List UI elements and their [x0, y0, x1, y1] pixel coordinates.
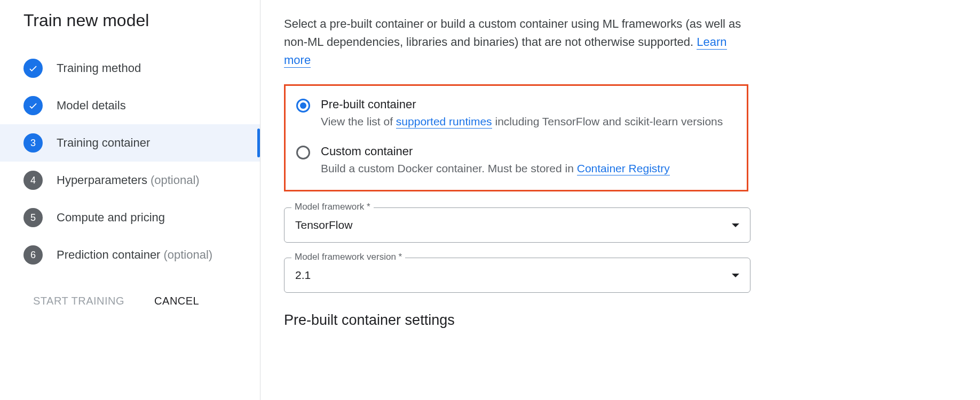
intro-body: Select a pre-built container or build a …	[284, 17, 741, 49]
radio-label: Custom container	[321, 145, 670, 158]
radio-desc-text: View the list of	[321, 115, 396, 127]
radio-prebuilt-container[interactable]: Pre-built container View the list of sup…	[296, 98, 736, 129]
cancel-button[interactable]: CANCEL	[154, 295, 199, 307]
radio-desc: View the list of supported runtimes incl…	[321, 114, 723, 129]
container-registry-link[interactable]: Container Registry	[577, 162, 670, 175]
check-icon	[23, 59, 43, 78]
step-number-icon: 6	[23, 245, 43, 265]
chevron-down-icon	[732, 223, 739, 227]
model-framework-version-select[interactable]: 2.1	[284, 258, 750, 293]
step-model-details[interactable]: Model details	[23, 87, 260, 124]
container-type-group: Pre-built container View the list of sup…	[284, 84, 748, 191]
intro-text: Select a pre-built container or build a …	[284, 15, 754, 69]
step-label: Model details	[57, 99, 126, 113]
wizard-sidebar: Train new model Training method Model de…	[0, 0, 260, 400]
page-title: Train new model	[23, 11, 260, 30]
model-framework-select[interactable]: TensorFlow	[284, 207, 750, 243]
chevron-down-icon	[732, 274, 739, 277]
radio-desc: Build a custom Docker container. Must be…	[321, 161, 670, 176]
step-label: Prediction container	[57, 248, 160, 262]
step-label: Compute and pricing	[57, 211, 165, 225]
main-panel: Select a pre-built container or build a …	[260, 0, 980, 400]
step-number-icon: 3	[23, 133, 43, 153]
prebuilt-settings-heading: Pre-built container settings	[284, 312, 959, 329]
model-framework-version-field: Model framework version * 2.1	[284, 258, 750, 293]
select-value: TensorFlow	[295, 219, 352, 231]
step-number-icon: 5	[23, 208, 43, 227]
step-training-method[interactable]: Training method	[23, 50, 260, 87]
step-label: Training method	[57, 61, 141, 75]
radio-icon	[296, 99, 310, 113]
radio-custom-container[interactable]: Custom container Build a custom Docker c…	[296, 145, 736, 176]
step-optional: (optional)	[151, 173, 200, 187]
step-prediction-container[interactable]: 6 Prediction container (optional)	[23, 236, 260, 274]
wizard-actions: START TRAINING CANCEL	[23, 295, 260, 307]
field-label: Model framework version *	[291, 252, 405, 262]
select-value: 2.1	[295, 269, 311, 282]
step-hyperparameters[interactable]: 4 Hyperparameters (optional)	[23, 162, 260, 199]
step-list: Training method Model details 3 Training…	[23, 50, 260, 274]
radio-desc-text: including TensorFlow and scikit-learn ve…	[492, 115, 723, 127]
step-optional: (optional)	[163, 248, 212, 262]
radio-icon	[296, 146, 310, 159]
radio-label: Pre-built container	[321, 98, 723, 111]
field-label: Model framework *	[291, 202, 374, 212]
step-compute-pricing[interactable]: 5 Compute and pricing	[23, 199, 260, 236]
radio-desc-text: Build a custom Docker container. Must be…	[321, 162, 577, 174]
step-number-icon: 4	[23, 171, 43, 190]
model-framework-field: Model framework * TensorFlow	[284, 207, 750, 243]
check-icon	[23, 96, 43, 115]
step-label: Hyperparameters	[57, 173, 147, 187]
start-training-button[interactable]: START TRAINING	[33, 295, 124, 307]
supported-runtimes-link[interactable]: supported runtimes	[396, 115, 492, 129]
step-label: Training container	[57, 136, 150, 150]
step-training-container[interactable]: 3 Training container	[0, 124, 260, 162]
